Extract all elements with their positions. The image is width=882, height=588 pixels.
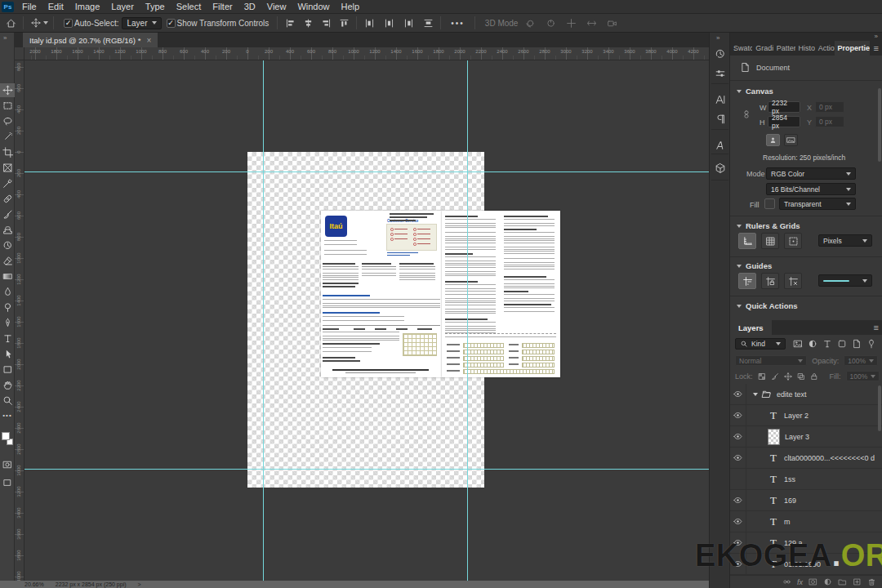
layer-row[interactable]: T169 — [730, 490, 882, 511]
layer-name[interactable]: Layer 3 — [785, 433, 809, 441]
rulers-grids-section-header[interactable]: Rulers & Grids — [737, 221, 800, 230]
layer-name[interactable]: edite text — [777, 390, 807, 399]
horizontal-guide[interactable] — [15, 469, 709, 470]
type-layer-thumbnail[interactable]: T — [768, 452, 779, 465]
horizontal-guide[interactable] — [15, 172, 709, 172]
vertical-ruler[interactable]: 8006004002000200400600800100012001400160… — [15, 60, 24, 581]
lock-transparent-icon[interactable] — [758, 372, 766, 381]
fill-swatch[interactable] — [764, 198, 775, 209]
dist-right-icon[interactable] — [401, 16, 416, 30]
move-icon[interactable] — [784, 372, 792, 381]
layer-row[interactable]: T1ss — [730, 469, 882, 490]
statement-page-2[interactable] — [442, 211, 560, 377]
toolbar-collapse-icon[interactable]: » — [3, 34, 7, 42]
menu-help[interactable]: Help — [336, 2, 366, 11]
color-mode-dropdown[interactable]: RGB Color — [766, 167, 856, 180]
align-left-icon[interactable] — [283, 16, 297, 30]
cube3d-panel-button[interactable] — [712, 160, 728, 176]
type-layer-thumbnail[interactable]: T — [768, 409, 779, 422]
document-icon[interactable] — [852, 339, 862, 349]
lock-guides-button[interactable] — [761, 273, 779, 289]
type-layer-thumbnail[interactable]: T — [768, 494, 779, 507]
vertical-guide[interactable] — [467, 60, 468, 581]
status-chevron-icon[interactable]: > — [138, 581, 141, 587]
eyedropper-tool[interactable] — [0, 176, 15, 190]
frame-tool[interactable] — [0, 161, 15, 175]
glyphs-panel-button[interactable] — [712, 137, 728, 153]
pixel-filter-icon[interactable] — [793, 339, 803, 349]
trash-icon[interactable] — [867, 577, 876, 586]
toggle-guides-button[interactable] — [738, 273, 756, 289]
menu-window[interactable]: Window — [292, 2, 335, 11]
brush-tool[interactable] — [0, 207, 15, 221]
eraser-tool[interactable] — [0, 254, 15, 268]
menu-image[interactable]: Image — [69, 2, 106, 11]
menu-file[interactable]: File — [16, 2, 42, 11]
menu-edit[interactable]: Edit — [42, 2, 69, 11]
eye-icon[interactable] — [730, 384, 746, 405]
menu-view[interactable]: View — [261, 2, 292, 11]
rect-marquee-tool[interactable] — [0, 99, 15, 113]
clear-guides-button[interactable] — [784, 273, 802, 289]
history-brush-panel-button[interactable] — [712, 46, 728, 61]
panel-tab-gradi[interactable]: Gradi — [752, 41, 773, 56]
quick-mask-icon[interactable] — [0, 457, 15, 471]
layer-name[interactable]: 01.01.1990 — [784, 560, 821, 568]
show-transform-checkbox[interactable]: ✓ — [167, 19, 176, 28]
type-layer-thumbnail[interactable]: T — [768, 558, 779, 571]
type-tool[interactable] — [0, 332, 15, 345]
panel-collapse-strip[interactable]: » — [730, 33, 882, 41]
auto-select-checkbox[interactable]: ✓ — [64, 19, 73, 28]
menu-type[interactable]: Type — [140, 2, 171, 11]
sliders-panel-button[interactable] — [712, 65, 728, 81]
panel-tab-patter[interactable]: Patter — [773, 41, 795, 56]
folder-icon[interactable] — [838, 577, 847, 586]
adjustment-filter-icon[interactable] — [823, 577, 832, 586]
home-icon[interactable] — [3, 16, 18, 30]
align-top-icon[interactable] — [336, 16, 351, 30]
close-icon[interactable]: × — [146, 36, 151, 45]
mask-icon[interactable] — [808, 577, 817, 586]
edit-toolbar-icon[interactable]: ••• — [0, 408, 15, 422]
canvas-viewport[interactable]: Itaú Customer Service — [15, 60, 709, 581]
fill-dropdown[interactable]: Transparent — [779, 198, 856, 210]
eye-icon[interactable] — [730, 511, 746, 532]
lock-all-icon[interactable] — [810, 372, 818, 381]
blur-tool[interactable] — [0, 285, 15, 299]
eye-icon[interactable] — [730, 532, 746, 554]
layers-tab[interactable]: Layers — [730, 320, 772, 335]
paragraph-panel-button[interactable] — [712, 111, 728, 127]
panel-tab-properties[interactable]: Properties — [835, 41, 870, 56]
type-layer-thumbnail[interactable]: T — [768, 537, 779, 550]
history-brush-tool[interactable] — [0, 238, 15, 252]
eye-empty[interactable] — [730, 469, 746, 490]
panel-tab-histo[interactable]: Histo — [795, 41, 815, 56]
gradient-tool[interactable] — [0, 270, 15, 283]
layer-name[interactable]: m — [784, 518, 791, 526]
foreground-color-swatch[interactable] — [2, 432, 10, 440]
layers-menu-icon[interactable]: ≡ — [870, 320, 882, 335]
screen-mode-icon[interactable] — [0, 475, 15, 489]
lasso-tool[interactable] — [0, 114, 15, 128]
layers-scrollbar[interactable] — [878, 385, 881, 431]
horizontal-ruler[interactable]: 2000180016001400120010008006004002000200… — [15, 47, 709, 60]
bit-depth-dropdown[interactable]: 16 Bits/Channel — [766, 183, 856, 195]
ruler-units-dropdown[interactable]: Pixels — [818, 234, 872, 247]
menu-filter[interactable]: Filter — [207, 2, 238, 11]
layer-row[interactable]: T01.01.1990 — [730, 554, 882, 575]
auto-select-target-dropdown[interactable]: Layer — [122, 17, 161, 29]
new-layer-icon[interactable] — [853, 577, 862, 586]
dock-collapse-icon[interactable]: » — [716, 34, 719, 42]
document-tab[interactable]: Italy id.psd @ 20.7% (RGB/16) * × — [23, 33, 158, 47]
zoom-level[interactable]: 20.66% — [24, 581, 44, 587]
group-expand-icon[interactable] — [753, 393, 758, 396]
dist-v-icon[interactable] — [421, 16, 435, 30]
properties-scrollbar[interactable] — [878, 88, 881, 162]
width-field[interactable]: 2232 px — [768, 101, 800, 113]
adjustment-filter-icon[interactable] — [808, 339, 817, 349]
portrait-orientation-button[interactable] — [766, 134, 780, 146]
eye-icon[interactable] — [730, 490, 746, 511]
ruler-corner[interactable] — [15, 47, 24, 60]
character-panel-button[interactable] — [712, 91, 728, 107]
panel-tab-actio[interactable]: Actio — [815, 41, 835, 56]
